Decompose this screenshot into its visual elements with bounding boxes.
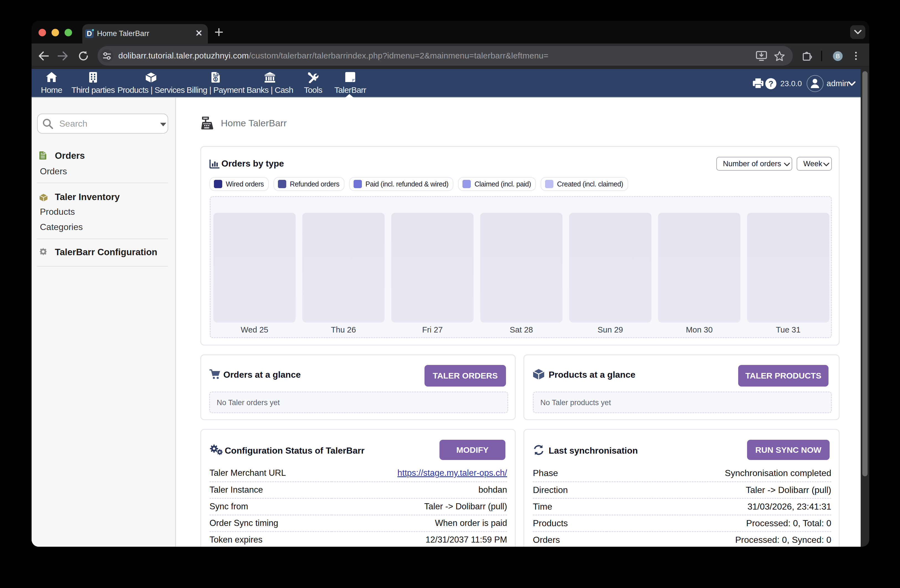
- svg-text:$: $: [214, 77, 217, 81]
- svg-text:?: ?: [768, 79, 773, 88]
